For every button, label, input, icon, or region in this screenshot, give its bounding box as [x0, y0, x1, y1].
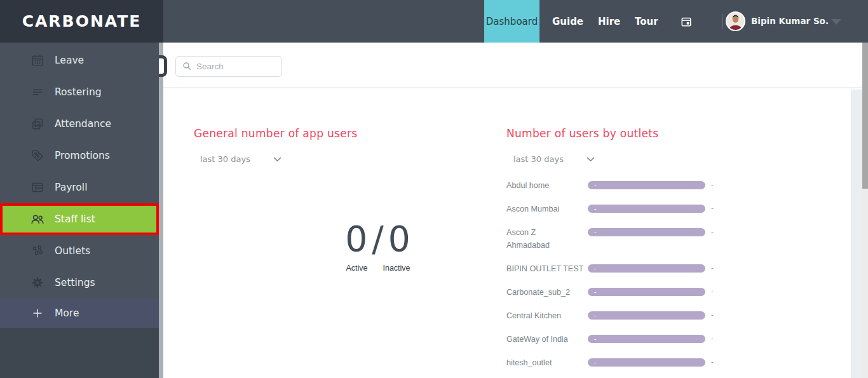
attendance-icon [29, 116, 46, 132]
sidebar-item-attendance[interactable]: Attendance [0, 108, 159, 140]
sidebar-item-label: More [55, 307, 79, 319]
app-users-panel-title: General number of app users [194, 127, 357, 140]
inactive-label: Inactive [383, 264, 410, 273]
sidebar-item-label: Attendance [55, 118, 111, 130]
active-label: Active [346, 264, 367, 273]
page-scrollbar[interactable] [862, 43, 868, 378]
outlet-name: Central Kitchen [506, 309, 585, 322]
outlet-usage-bar: - [588, 311, 705, 320]
outlet-row: Abdul home - - [506, 179, 735, 192]
sidebar-item-label: Settings [55, 277, 95, 288]
inactive-count: 0 [388, 219, 411, 259]
content-edge-strip [851, 90, 862, 378]
app-window: CARBONATE Dashboard Guide Hire Tour Bipi… [0, 0, 868, 378]
sidebar-collapse-handle[interactable] [159, 55, 167, 77]
outlet-usage-bar: - [588, 288, 705, 296]
outlet-name: Carbonate_sub_2 [506, 286, 585, 299]
chevron-down-icon [272, 154, 283, 165]
page-scrollbar-thumb[interactable] [862, 43, 868, 189]
outlet-name: BIPIN OUTLET TEST [506, 262, 585, 275]
outlet-name: GateWay of India [506, 333, 585, 346]
outlet-value: - [711, 334, 714, 346]
user-avatar[interactable] [726, 11, 745, 31]
sidebar-item-staff-list[interactable]: Staff list [0, 203, 159, 235]
outlet-value: - [711, 204, 714, 215]
tab-tour[interactable]: Tour [635, 0, 658, 43]
user-menu-caret-icon[interactable] [831, 19, 841, 25]
outlet-row: GateWay of India - - [506, 333, 735, 346]
outlet-usage-bar: - [588, 358, 705, 367]
search-box [175, 56, 282, 77]
sidebar-item-label: Leave [55, 55, 84, 66]
outlets-list: Abdul home - - Ascon Mumbai - - Ascon Z … [506, 179, 735, 378]
app-users-filter-dropdown[interactable]: last 30 days [200, 154, 283, 165]
sidebar: Leave Rostering [0, 43, 159, 378]
rostering-icon [29, 84, 46, 100]
outlet-row: hitesh_outlet - - [506, 356, 735, 369]
outlets-icon [29, 243, 46, 259]
sidebar-filler [0, 328, 159, 378]
outlet-row: Ascon Z Ahmadabad - - [506, 226, 735, 252]
outlet-name: Abdul home [506, 179, 585, 192]
outlet-usage-bar: - [588, 264, 705, 273]
dashboard-content: General number of app users last 30 days… [163, 90, 851, 378]
sidebar-item-label: Outlets [55, 245, 90, 257]
header-divider [722, 14, 723, 29]
outlet-name: Ascon Mumbai [506, 203, 585, 215]
top-header: CARBONATE Dashboard Guide Hire Tour Bipi… [0, 0, 868, 43]
outlet-name: Ascon Z Ahmadabad [506, 226, 585, 252]
logo-block: CARBONATE [0, 0, 163, 43]
sidebar-item-label: Rostering [55, 86, 102, 98]
sidebar-item-leave[interactable]: Leave [0, 44, 159, 76]
sidebar-item-payroll[interactable]: Payroll [0, 172, 159, 203]
outlet-row: Carbonate_sub_2 - - [506, 286, 735, 299]
toolbar [163, 43, 868, 88]
calendar-icon [29, 53, 46, 68]
outlet-row: Central Kitchen - - [506, 309, 735, 322]
search-icon [182, 61, 192, 71]
outlet-value: - [711, 358, 714, 369]
outlet-usage-bar: - [588, 228, 705, 236]
tab-hire[interactable]: Hire [598, 0, 620, 43]
outlet-usage-bar: - [588, 181, 705, 189]
outlet-value: - [711, 180, 714, 192]
outlets-filter-dropdown[interactable]: last 30 days [513, 154, 596, 165]
app-users-count: 0/0 [315, 219, 442, 259]
outlet-value: - [711, 311, 714, 322]
outlet-usage-bar: - [588, 205, 705, 213]
sidebar-item-label: Staff list [55, 213, 95, 225]
chevron-down-icon [585, 154, 596, 165]
sidebar-item-promotions[interactable]: Promotions [0, 140, 159, 172]
outlet-name: hitesh_outlet [506, 356, 585, 369]
sidebar-item-outlets[interactable]: Outlets [0, 235, 159, 267]
outlet-usage-bar: - [588, 335, 705, 343]
sidebar-item-more[interactable]: More [0, 299, 159, 328]
outlet-value: - [711, 227, 714, 252]
sidebar-item-settings[interactable]: Settings [0, 267, 159, 299]
sidebar-item-label: Promotions [55, 150, 110, 161]
sidebar-item-label: Payroll [55, 182, 87, 193]
tab-guide[interactable]: Guide [552, 0, 583, 43]
outlet-value: - [711, 264, 714, 275]
outlet-row: Ascon Mumbai - - [506, 203, 735, 215]
filter-label: last 30 days [200, 154, 250, 164]
app-users-count-labels: Active Inactive [315, 264, 442, 273]
sidebar-item-rostering[interactable]: Rostering [0, 76, 159, 108]
filter-label: last 30 days [513, 154, 564, 164]
promotions-icon [29, 148, 46, 163]
outlet-value: - [711, 287, 714, 299]
outlet-row: BIPIN OUTLET TEST - - [506, 262, 735, 275]
app-logo: CARBONATE [22, 12, 142, 30]
staff-icon [29, 212, 46, 227]
gear-icon [29, 275, 46, 290]
count-separator: / [368, 219, 388, 259]
calendar-icon[interactable] [681, 16, 692, 27]
sidebar-scrollbar[interactable] [159, 43, 163, 378]
sidebar-items: Leave Rostering [0, 43, 159, 328]
active-count: 0 [345, 219, 368, 259]
outlets-panel-title: Number of users by outlets [506, 127, 658, 140]
plus-icon [29, 306, 46, 321]
payroll-icon [29, 180, 46, 195]
user-name[interactable]: Bipin Kumar So... [751, 16, 829, 26]
tab-dashboard[interactable]: Dashboard [484, 0, 539, 43]
